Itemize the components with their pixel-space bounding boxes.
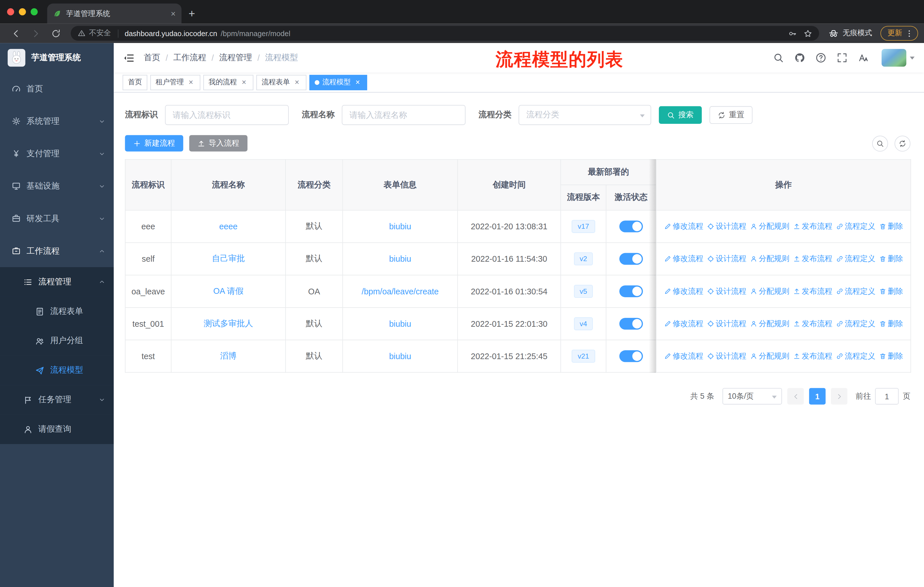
minimize-window-button[interactable] [19,8,26,15]
process-name-input[interactable] [342,105,465,125]
address-bar[interactable]: 不安全 dashboard.yudao.iocoder.cn/bpm/manag… [71,26,819,41]
process-category-select[interactable]: 流程分类 [519,105,651,125]
sidebar-item-process-management[interactable]: 流程管理 [0,267,114,297]
tag-my-process[interactable]: 我的流程× [203,74,254,90]
sidebar-item-home[interactable]: 首页 [0,73,114,105]
page-size-select[interactable]: 10条/页 [723,388,782,405]
font-size-icon[interactable] [858,53,869,63]
sidebar-item-user-group[interactable]: 用户分组 [0,326,114,356]
op-definition-link[interactable]: 流程定义 [836,318,875,329]
github-icon[interactable] [794,53,805,63]
active-toggle[interactable] [619,286,643,297]
maximize-window-button[interactable] [31,8,38,15]
tag-tenant-management[interactable]: 租户管理× [150,74,201,90]
tag-process-form[interactable]: 流程表单× [256,74,307,90]
create-process-button[interactable]: 新建流程 [125,135,183,152]
active-toggle[interactable] [619,318,643,330]
op-publish-link[interactable]: 发布流程 [793,286,832,297]
sidebar-item-process-form[interactable]: 流程表单 [0,297,114,326]
active-toggle[interactable] [619,220,643,232]
toggle-search-button[interactable] [872,135,888,151]
process-name-link[interactable]: 测试多审批人 [204,318,253,328]
op-definition-link[interactable]: 流程定义 [836,254,875,264]
op-delete-link[interactable]: 删除 [879,221,903,232]
op-publish-link[interactable]: 发布流程 [793,221,832,232]
next-page-button[interactable] [831,388,848,405]
process-name-link[interactable]: 自己审批 [212,254,245,263]
op-definition-link[interactable]: 流程定义 [836,351,875,361]
help-icon[interactable] [815,53,826,63]
goto-page-input[interactable] [875,388,899,405]
op-edit-link[interactable]: 修改流程 [664,286,703,297]
form-info-link[interactable]: /bpm/oa/leave/create [361,287,439,296]
back-icon[interactable] [11,29,21,38]
op-assign-link[interactable]: 分配规则 [750,286,789,297]
search-icon[interactable] [773,53,784,63]
prev-page-button[interactable] [787,388,804,405]
sidebar-item-leave-query[interactable]: 请假查询 [0,415,114,444]
tag-close-icon[interactable]: × [293,78,301,86]
process-name-link[interactable]: eeee [219,222,238,231]
sidebar-item-process-model[interactable]: 流程模型 [0,356,114,385]
tag-close-icon[interactable]: × [353,78,362,86]
sidebar-item-task-management[interactable]: 任务管理 [0,385,114,415]
op-publish-link[interactable]: 发布流程 [793,351,832,361]
breadcrumb-item[interactable]: 首页 [144,53,160,63]
op-design-link[interactable]: 设计流程 [707,351,746,361]
tag-close-icon[interactable]: × [240,78,248,86]
tag-home[interactable]: 首页 [122,74,147,90]
sidebar-item-workflow[interactable]: 工作流程 [0,235,114,267]
form-info-link[interactable]: biubiu [389,222,411,231]
op-edit-link[interactable]: 修改流程 [664,351,703,361]
form-info-link[interactable]: biubiu [389,351,411,361]
op-edit-link[interactable]: 修改流程 [664,254,703,264]
password-key-icon[interactable] [789,29,797,38]
op-delete-link[interactable]: 删除 [879,351,903,361]
user-menu[interactable] [882,49,914,67]
op-delete-link[interactable]: 删除 [879,286,903,297]
op-assign-link[interactable]: 分配规则 [750,351,789,361]
op-delete-link[interactable]: 删除 [879,254,903,264]
close-window-button[interactable] [7,8,14,15]
sidebar-item-system-management[interactable]: 系统管理 [0,105,114,137]
process-name-link[interactable]: OA 请假 [213,286,243,296]
browser-update-menu-button[interactable]: 更新 [881,26,918,41]
op-publish-link[interactable]: 发布流程 [793,318,832,329]
op-assign-link[interactable]: 分配规则 [750,318,789,329]
op-design-link[interactable]: 设计流程 [707,221,746,232]
sidebar-logo[interactable]: 芋道管理系统 [0,43,114,73]
tab-close-icon[interactable]: × [171,10,176,18]
import-process-button[interactable]: 导入流程 [189,135,248,152]
op-edit-link[interactable]: 修改流程 [664,318,703,329]
op-edit-link[interactable]: 修改流程 [664,221,703,232]
page-number-button[interactable]: 1 [809,388,826,405]
tag-close-icon[interactable]: × [187,78,195,86]
refresh-table-button[interactable] [894,135,911,151]
op-design-link[interactable]: 设计流程 [707,286,746,297]
active-toggle[interactable] [619,253,643,265]
tag-process-model[interactable]: 流程模型× [309,74,367,90]
process-name-link[interactable]: 滔博 [220,351,237,360]
sidebar-fold-icon[interactable] [123,52,134,63]
process-id-input[interactable] [165,105,289,125]
breadcrumb-item[interactable]: 工作流程 [173,53,206,63]
op-design-link[interactable]: 设计流程 [707,318,746,329]
op-definition-link[interactable]: 流程定义 [836,221,875,232]
sidebar-item-payment-management[interactable]: 支付管理 [0,137,114,170]
op-assign-link[interactable]: 分配规则 [750,254,789,264]
op-assign-link[interactable]: 分配规则 [750,221,789,232]
reload-icon[interactable] [51,29,61,38]
breadcrumb-item[interactable]: 流程管理 [219,53,252,63]
form-info-link[interactable]: biubiu [389,319,411,329]
forward-icon[interactable] [31,29,41,38]
not-secure-warning-icon[interactable] [78,30,86,37]
op-publish-link[interactable]: 发布流程 [793,254,832,264]
browser-tab[interactable]: 芋道管理系统 × [47,3,182,23]
form-info-link[interactable]: biubiu [389,254,411,264]
active-toggle[interactable] [619,350,643,362]
op-design-link[interactable]: 设计流程 [707,254,746,264]
op-definition-link[interactable]: 流程定义 [836,286,875,297]
fullscreen-icon[interactable] [837,53,848,63]
op-delete-link[interactable]: 删除 [879,318,903,329]
sidebar-item-dev-tools[interactable]: 研发工具 [0,202,114,235]
